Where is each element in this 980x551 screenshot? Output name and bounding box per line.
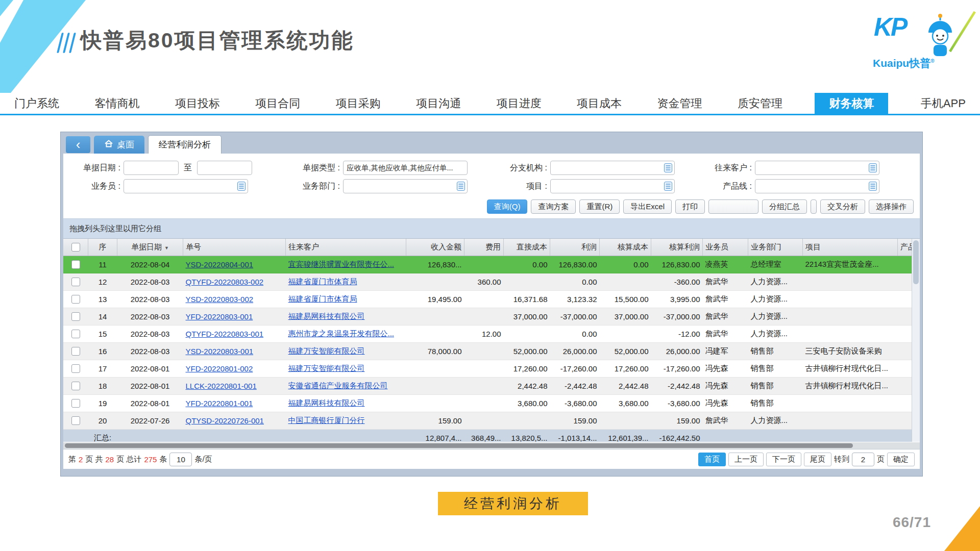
row-checkbox[interactable]	[71, 312, 80, 321]
nav-item-10[interactable]: 质安管理	[734, 93, 786, 114]
project-input[interactable]	[550, 179, 675, 193]
vertical-scrollbar-thumb[interactable]	[913, 240, 919, 284]
bill-no-link[interactable]: YSD-20220803-002	[186, 295, 254, 304]
customer-link[interactable]: 中国工商银行厦门分行	[288, 416, 365, 424]
customer-link[interactable]: 安徽省通信产业服务有限公司	[288, 381, 388, 390]
back-button[interactable]: ‹	[66, 136, 90, 153]
column-header-3[interactable]: 单号	[183, 239, 286, 256]
toolbar: 查询(Q)查询方案重置(R)导出Excel打印分组汇总交叉分析选择操作	[63, 198, 920, 218]
product-line-input[interactable]	[755, 179, 879, 193]
doc-type-input[interactable]: 应收单,其他应收单,其他应付单...	[343, 161, 468, 175]
query-scheme-button[interactable]: 查询方案	[531, 199, 576, 214]
print-button[interactable]: 打印	[675, 199, 705, 214]
branch-input[interactable]	[550, 161, 675, 175]
nav-item-9[interactable]: 资金管理	[654, 93, 705, 114]
lookup-icon[interactable]	[869, 163, 877, 172]
export-excel-button[interactable]: 导出Excel	[623, 199, 672, 214]
doc-date-from-input[interactable]	[124, 161, 179, 175]
customer-link[interactable]: 福建省厦门市体育局	[288, 294, 357, 303]
column-header-9[interactable]: 核算成本	[600, 239, 651, 256]
last-page-button[interactable]: 尾页	[804, 453, 831, 466]
customer-input[interactable]	[755, 161, 879, 175]
cell: 16	[88, 343, 117, 360]
customer-link[interactable]: 福建易网科技有限公司	[288, 312, 365, 320]
customer-link[interactable]: 福建省厦门市体育局	[288, 277, 357, 286]
customer-link[interactable]: 惠州市龙之泉温泉开发有限公...	[288, 329, 395, 338]
bill-no-link[interactable]: YSD-20220803-001	[186, 347, 254, 356]
row-checkbox[interactable]	[71, 416, 80, 425]
query-button[interactable]: 查询(Q)	[487, 199, 528, 214]
bill-no-link[interactable]: QTYSD-20220726-001	[186, 416, 264, 425]
row-checkbox[interactable]	[71, 399, 80, 408]
customer-link[interactable]: 福建万安智能有限公司	[288, 364, 365, 372]
row-checkbox[interactable]	[71, 364, 80, 373]
column-header-7[interactable]: 直接成本	[504, 239, 550, 256]
column-header-10[interactable]: 核算利润	[651, 239, 703, 256]
column-header-4[interactable]: 往来客户	[286, 239, 406, 256]
vertical-scrollbar[interactable]	[912, 239, 920, 442]
row-checkbox[interactable]	[71, 347, 80, 356]
horizontal-scrollbar[interactable]	[63, 442, 920, 449]
doc-date-to-input[interactable]	[197, 161, 252, 175]
column-header-5[interactable]: 收入金额	[406, 239, 464, 256]
reset-button[interactable]: 重置(R)	[579, 199, 620, 214]
scheme-name-input[interactable]	[708, 199, 758, 214]
nav-item-2[interactable]: 客情商机	[91, 93, 142, 114]
column-header-12[interactable]: 业务部门	[748, 239, 803, 256]
column-header-1[interactable]: 序	[88, 239, 117, 256]
nav-item-11[interactable]: 财务核算	[815, 93, 888, 114]
salesman-input[interactable]	[124, 179, 248, 193]
nav-item-3[interactable]: 项目投标	[172, 93, 223, 114]
nav-item-8[interactable]: 项目成本	[574, 93, 625, 114]
row-checkbox[interactable]	[71, 278, 80, 286]
goto-page-input[interactable]: 2	[852, 453, 874, 466]
first-page-button[interactable]: 首页	[698, 453, 726, 466]
prev-page-button[interactable]: 上一页	[728, 453, 764, 466]
select-operation-button[interactable]: 选择操作	[869, 199, 914, 214]
horizontal-scrollbar-thumb[interactable]	[65, 443, 853, 448]
tab-desktop[interactable]: 桌面	[94, 136, 144, 154]
row-checkbox[interactable]	[71, 382, 80, 390]
column-header-6[interactable]: 费用	[464, 239, 504, 256]
column-header-11[interactable]: 业务员	[703, 239, 748, 256]
row-checkbox[interactable]	[71, 295, 80, 304]
cross-analysis-button[interactable]: 交叉分析	[820, 199, 865, 214]
row-checkbox[interactable]	[71, 330, 80, 338]
toolbar-separator[interactable]	[811, 199, 817, 214]
row-checkbox[interactable]	[71, 260, 80, 269]
column-header-8[interactable]: 利润	[550, 239, 600, 256]
lookup-icon[interactable]	[664, 163, 672, 172]
bill-no-link[interactable]: YSD-20220804-001	[186, 260, 254, 269]
nav-item-1[interactable]: 门户系统	[11, 93, 62, 114]
department-input[interactable]	[343, 179, 468, 193]
column-header-0[interactable]	[63, 239, 88, 256]
column-header-13[interactable]: 项目	[803, 239, 898, 256]
lookup-icon[interactable]	[869, 182, 877, 191]
customer-link[interactable]: 福建易网科技有限公司	[288, 398, 365, 407]
nav-item-12[interactable]: 手机APP	[918, 93, 969, 114]
next-page-button[interactable]: 下一页	[766, 453, 801, 466]
lookup-icon[interactable]	[664, 182, 672, 191]
lookup-icon[interactable]	[457, 182, 465, 191]
customer-link[interactable]: 福建万安智能有限公司	[288, 346, 365, 355]
page-size-input[interactable]: 10	[169, 453, 192, 466]
cell: 詹武华	[703, 308, 748, 325]
bill-no-link[interactable]: YFD-20220803-001	[186, 312, 253, 321]
nav-item-7[interactable]: 项目进度	[494, 93, 545, 114]
lookup-icon[interactable]	[237, 182, 246, 191]
nav-item-5[interactable]: 项目采购	[333, 93, 384, 114]
bill-no-link[interactable]: YFD-20220801-001	[186, 399, 253, 408]
select-all-checkbox[interactable]	[71, 243, 80, 252]
confirm-button[interactable]: 确定	[887, 453, 915, 466]
customer-link[interactable]: 宜宾骏继洪骥置业有限责任公...	[288, 260, 395, 268]
nav-item-6[interactable]: 项目沟通	[413, 93, 464, 114]
bill-no-link[interactable]: LLCK-20220801-001	[186, 382, 257, 390]
bill-no-link[interactable]: QTYFD-20220803-001	[186, 330, 264, 338]
group-by-bar[interactable]: 拖拽列头到这里以用它分组	[63, 218, 920, 239]
nav-item-4[interactable]: 项目合同	[252, 93, 303, 114]
tab-profit-analysis[interactable]: 经营利润分析	[148, 135, 222, 154]
group-summary-button[interactable]: 分组汇总	[762, 199, 807, 214]
bill-no-link[interactable]: QTYFD-20220803-002	[186, 278, 264, 286]
column-header-2[interactable]: 单据日期▼	[117, 239, 183, 256]
bill-no-link[interactable]: YFD-20220801-002	[186, 364, 253, 373]
